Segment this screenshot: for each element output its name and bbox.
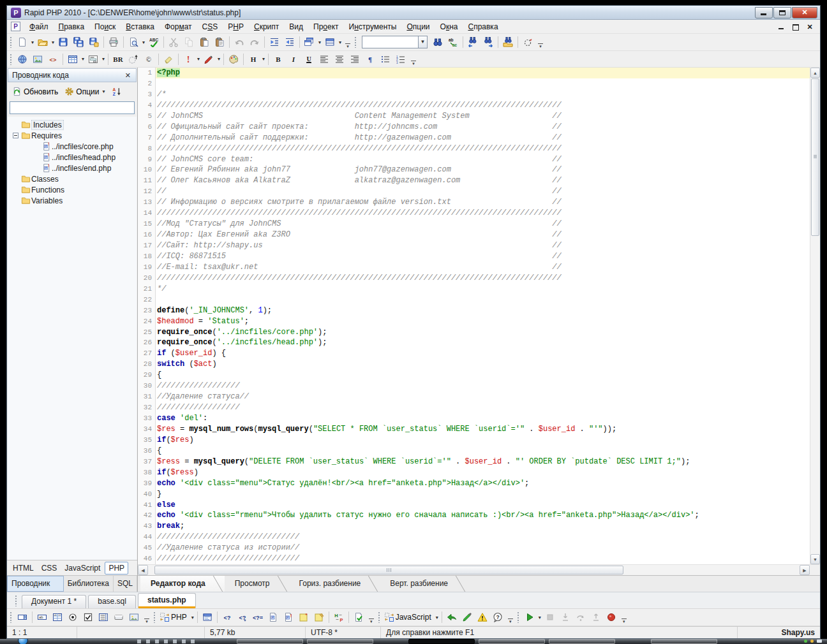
form-listbox-button[interactable] [96, 610, 111, 624]
html-to-php-button[interactable]: HP [331, 610, 346, 624]
form-checkbox-button[interactable] [80, 610, 96, 624]
bullet-list-button[interactable] [378, 52, 393, 66]
menu-вид[interactable]: Вид [284, 21, 308, 33]
code-line-33[interactable]: 33case 'del': [138, 413, 810, 424]
close-button[interactable]: ✕ [792, 7, 817, 18]
toolbar-grip[interactable] [153, 611, 156, 623]
save-button[interactable] [56, 35, 71, 49]
menu-опции[interactable]: Опции [401, 21, 435, 33]
restore-button[interactable] [773, 7, 791, 18]
tree-item-functions[interactable]: Functions [8, 184, 137, 195]
vertical-scrollbar[interactable]: ▲ ▼ [810, 68, 820, 564]
code-line-14[interactable]: 14//////////////////////////////////////… [138, 208, 810, 219]
code-line-23[interactable]: 23define('_IN_JOHNCMS', 1); [138, 305, 810, 316]
code-line-8[interactable]: 8///////////////////////////////////////… [138, 143, 810, 154]
validate-button[interactable] [351, 610, 366, 624]
lang-tab-php[interactable]: PHP [105, 562, 128, 574]
menu-справка[interactable]: Справка [463, 21, 503, 33]
code-line-12[interactable]: 12// // [138, 186, 810, 197]
code-line-3[interactable]: 3/* [138, 89, 810, 100]
search-text-input[interactable] [362, 36, 418, 48]
system-tray[interactable] [804, 640, 822, 643]
incremental-search-button[interactable] [520, 35, 535, 49]
code-line-38[interactable]: 38if($ress) [138, 467, 810, 478]
warning-button[interactable] [475, 610, 490, 624]
code-line-1[interactable]: 1<?php [138, 68, 810, 78]
start-orb-icon[interactable] [18, 639, 28, 644]
code-line-46[interactable]: 46/////////////////////////////// [138, 553, 810, 564]
open-file-dropdown-icon[interactable]: ▾ [50, 40, 56, 45]
code-line-22[interactable]: 22 [138, 295, 810, 305]
paste-button[interactable] [197, 35, 212, 49]
taskbar-button[interactable] [651, 639, 717, 644]
undo-button[interactable] [232, 35, 247, 49]
open-file-button[interactable] [35, 35, 50, 49]
form-button[interactable] [86, 52, 101, 66]
toolbar-overflow-button[interactable] [620, 611, 628, 624]
cut-button[interactable] [166, 35, 181, 49]
code-line-5[interactable]: 5// JohnCMS Content Management System // [138, 111, 810, 122]
tree-item--incfiles-head-php[interactable]: #!../incfiles/head.php [8, 152, 137, 163]
form-dropdown-icon[interactable]: ▾ [101, 56, 106, 62]
toolbar-overflow-button[interactable] [507, 611, 514, 624]
anchor-button[interactable] [126, 52, 141, 66]
align-right-button[interactable] [347, 52, 362, 66]
document-tab-base-sql[interactable]: base.sql [88, 595, 136, 608]
find-prev-button[interactable] [465, 35, 481, 49]
paste-special-button[interactable] [212, 35, 227, 49]
view-tab-просмотр[interactable]: Просмотр [225, 576, 289, 592]
code-line-15[interactable]: 15//Мод "Статусы" для JohnCMS // [138, 219, 810, 230]
eraser-button[interactable] [161, 52, 176, 66]
tree-item--incfiles-end-php[interactable]: #!../incfiles/end.php [8, 163, 137, 173]
italic-button[interactable]: I [286, 52, 301, 66]
horizontal-scroll-track[interactable] [148, 565, 800, 575]
underline-button[interactable]: U [301, 52, 317, 66]
code-line-25[interactable]: 25require_once('../incfiles/core.php'); [138, 327, 810, 338]
lang-tab-javascript[interactable]: JavaScript [61, 562, 103, 574]
step-out-button[interactable] [588, 610, 604, 624]
code-line-21[interactable]: 21*/ [138, 284, 810, 295]
toolbar-overflow-button[interactable] [410, 53, 417, 66]
code-lines[interactable]: 1<?php23/*4/////////////////////////////… [138, 68, 810, 564]
code-line-44[interactable]: 44/////////////////////////////// [138, 532, 810, 543]
view-tab-верт-разбиение[interactable]: Верт. разбиение [380, 576, 467, 592]
code-line-37[interactable]: 37$ress = mysql_query("DELETE FROM `user… [138, 457, 810, 467]
view-tab-редактор-кода[interactable]: Редактор кода [140, 576, 225, 592]
preview-button[interactable] [126, 35, 141, 49]
panel-close-icon[interactable]: ✕ [124, 71, 132, 80]
code-line-20[interactable]: 20//////////////////////////////////////… [138, 273, 810, 284]
indent-button[interactable] [267, 35, 282, 49]
code-line-7[interactable]: 7// Дополнительный сайт поддержки: http:… [138, 133, 810, 143]
find-in-files-button[interactable] [500, 35, 516, 49]
scroll-down-arrow[interactable]: ▼ [810, 554, 820, 564]
code-line-36[interactable]: 36{ [138, 446, 810, 457]
swap-code-button[interactable]: JavaScript [383, 610, 435, 624]
heading-button[interactable]: H [246, 52, 261, 66]
explorer-filter-input[interactable] [10, 101, 135, 114]
scroll-right-arrow[interactable]: ▶ [800, 565, 810, 575]
scroll-up-arrow[interactable]: ▲ [810, 68, 820, 78]
step-into-button[interactable] [558, 610, 573, 624]
menu-правка[interactable]: Правка [54, 21, 90, 33]
code-line-30[interactable]: 30////////////////// [138, 381, 810, 392]
stop-button[interactable] [542, 610, 558, 624]
new-document-button[interactable] [15, 35, 30, 49]
code-line-32[interactable]: 32////////////////// [138, 402, 810, 413]
code-line-17[interactable]: 17//Сайт: http://shapy.us // [138, 240, 810, 251]
dock-tab-проводник-кода[interactable]: Проводник кода [7, 576, 64, 592]
preview-dropdown-icon[interactable]: ▾ [141, 40, 146, 45]
form-picture-button[interactable] [126, 610, 142, 624]
copy-button[interactable] [181, 35, 197, 49]
hyperlink-button[interactable] [15, 52, 30, 66]
step-over-button[interactable] [573, 610, 588, 624]
note-comment-button[interactable] [311, 610, 327, 624]
code-line-19[interactable]: 19//E-mail: tsax@ukr.net // [138, 262, 810, 273]
outdent-button[interactable] [282, 35, 297, 49]
menu-вставка[interactable]: Вставка [121, 21, 160, 33]
print-button[interactable] [106, 35, 121, 49]
new-document-dropdown-icon[interactable]: ▾ [30, 40, 35, 45]
js-edit-button[interactable] [459, 610, 475, 624]
form-radio-button[interactable] [65, 610, 80, 624]
breakpoint-button[interactable] [604, 610, 619, 624]
code-line-13[interactable]: 13// Информацию о версиях смотрите в при… [138, 197, 810, 208]
